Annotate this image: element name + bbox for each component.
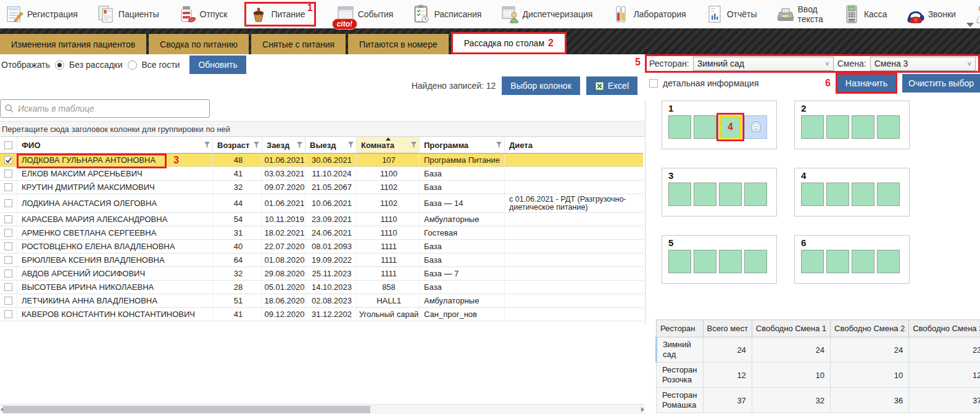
tab-food-changes[interactable]: Изменения питания пациентов (0, 34, 146, 54)
toolbar-item-events[interactable]: cito! События (334, 4, 396, 25)
summary-header-restaurant[interactable]: Ресторан (657, 320, 704, 337)
toolbar-item-schedules[interactable]: Расписания (410, 4, 484, 25)
table-row[interactable]: КАРАСЕВА МАРИЯ АЛЕКСАНДРОВНА 54 10.11.20… (0, 213, 643, 226)
radio-all-guests[interactable] (128, 60, 137, 70)
seat-free[interactable] (852, 183, 874, 206)
shift-select[interactable]: Смена 3 ˅ (870, 57, 976, 71)
filter-icon[interactable] (297, 142, 302, 148)
toolbar-item-laboratory[interactable]: Лаборатория (610, 4, 688, 25)
seat-free[interactable] (852, 115, 874, 139)
column-header-checkin[interactable]: Заезд (262, 137, 305, 153)
toolbar-item-dispatch[interactable]: Диспетчеризация (499, 4, 595, 25)
column-header-age[interactable]: Возраст (213, 137, 262, 153)
toolbar-item-food[interactable]: Питание 1 (244, 2, 315, 27)
toolbar-overflow-chevron-icon[interactable] (966, 23, 974, 27)
summary-row[interactable]: Зимний сад 24 24 24 23 (657, 337, 980, 363)
seat-free[interactable] (852, 250, 874, 273)
table-row[interactable]: РОСТОВЦЕНКО ЕЛЕНА ВЛАДЛЕНОВНА 40 22.07.2… (0, 240, 643, 253)
seat-free[interactable] (719, 183, 742, 206)
row-checkbox[interactable] (4, 229, 12, 237)
row-checkbox[interactable] (4, 199, 12, 207)
row-checkbox[interactable] (4, 270, 12, 278)
table-row[interactable]: БРЮЛЛЕВА КСЕНИЯ ВЛАДЛЕНОВНА 64 01.08.202… (0, 253, 643, 267)
seat-free[interactable] (694, 250, 716, 273)
seat-free[interactable] (801, 250, 824, 273)
seat-free[interactable] (744, 250, 767, 273)
column-header-program[interactable]: Программа (420, 137, 505, 153)
tab-removed-from-food[interactable]: Снятые с питания (251, 34, 346, 54)
column-header-checkout[interactable]: Выезд (305, 137, 357, 153)
row-checkbox[interactable] (4, 156, 12, 164)
summary-row[interactable]: Ресторан Ромашка 37 32 36 37 (657, 388, 980, 413)
seat-free[interactable] (744, 183, 767, 206)
seat-free[interactable] (694, 183, 716, 206)
refresh-button[interactable]: Обновить (189, 56, 246, 74)
row-checkbox[interactable] (4, 215, 12, 223)
excel-export-button[interactable]: Excel (586, 76, 637, 95)
row-checkbox[interactable] (4, 183, 12, 191)
table-row[interactable]: ВЫСОТЕВА ИРИНА НИКОЛАЕВНА 28 05.01.2020 … (0, 281, 643, 294)
scroll-right-arrow-icon[interactable] (641, 407, 644, 412)
filter-icon[interactable] (254, 142, 259, 148)
column-header-room[interactable]: Комната (357, 137, 420, 153)
summary-header-free-shift1[interactable]: Свободно Смена 1 (752, 320, 830, 337)
filter-icon[interactable] (348, 142, 354, 148)
seat-free[interactable] (826, 183, 849, 206)
tab-table-seating[interactable]: Рассадка по столам 2 (451, 32, 567, 54)
select-all-checkbox[interactable] (4, 141, 12, 149)
radio-no-seating-label[interactable]: Без рассадки (69, 60, 122, 70)
search-input[interactable] (0, 99, 210, 118)
radio-no-seating[interactable] (55, 60, 64, 70)
seat-free[interactable] (719, 250, 742, 273)
row-checkbox[interactable] (4, 242, 12, 250)
toolbar-item-text-input[interactable]: Ввод текста (774, 3, 826, 25)
table-row[interactable]: АВДОВ АРСЕНИЙ ИОСИФОВИЧ 32 29.08.2020 25… (0, 267, 643, 281)
toolbar-item-vacation[interactable]: Отпуск (176, 4, 230, 25)
summary-header-total-seats[interactable]: Всего мест (703, 320, 752, 337)
scrollbar-thumb[interactable] (3, 406, 370, 413)
seat-free[interactable] (694, 115, 716, 139)
filter-icon[interactable] (411, 142, 417, 148)
assign-button[interactable]: Назначить (837, 75, 895, 92)
toolbar-item-registration[interactable]: Регистрация (4, 4, 80, 25)
table-row[interactable]: КРУТИН ДМИТРИЙ МАКСИМОВИЧ 32 09.07.2020 … (0, 181, 643, 194)
row-checkbox[interactable] (4, 256, 12, 264)
seat-free[interactable] (668, 115, 691, 139)
row-checkbox[interactable] (4, 283, 12, 291)
table-row[interactable]: ЛОДКИНА АНАСТАСИЯ ОЛЕГОВНА 44 01.06.2021… (0, 194, 643, 213)
filter-icon[interactable] (496, 142, 502, 148)
summary-row[interactable]: Ресторан Розочка 12 10 10 12 (657, 363, 980, 388)
seat-free[interactable] (877, 115, 900, 139)
row-checkbox[interactable] (4, 170, 12, 178)
seat-free[interactable] (668, 183, 691, 206)
seat-free[interactable] (668, 250, 691, 273)
table-row[interactable]: КАВЕРОВ КОНСТАНТИН КОНСТАНТИНОВИЧ 41 09.… (0, 308, 643, 321)
table-row[interactable]: АРМЕНКО СВЕТЛАНА СЕРГЕЕВНА 31 18.02.2021… (0, 226, 643, 240)
restaurant-select[interactable]: Зимний сад ˅ (693, 57, 834, 71)
column-header-fio[interactable]: ФИО (17, 137, 213, 153)
seat-free[interactable] (801, 183, 824, 206)
toolbar-item-reports[interactable]: Отчёты (704, 4, 760, 25)
summary-header-free-shift3[interactable]: Свободно Смена 3 (909, 320, 980, 337)
seat-free[interactable] (877, 250, 900, 273)
table-row[interactable]: ЛОДКОВА ГУЛЬНАРА АНТОНОВНА 48 01.06.2021… (0, 154, 643, 167)
filter-icon[interactable] (204, 142, 210, 148)
seat-free[interactable] (801, 115, 824, 139)
column-header-diet[interactable]: Диета (505, 137, 643, 153)
seat-free[interactable] (826, 250, 849, 273)
tab-food-summary[interactable]: Сводка по питанию (149, 34, 249, 54)
detail-info-checkbox[interactable] (649, 79, 658, 88)
toolbar-item-cash[interactable]: Касса (841, 4, 890, 25)
table-row[interactable]: ЛЕТЧИКИНА АННА ВЛАДЛЕНОВНА 51 18.06.2020… (0, 294, 643, 308)
radio-all-guests-label[interactable]: Все гости (142, 60, 180, 70)
seat-free[interactable] (826, 115, 849, 139)
toolbar-item-patients[interactable]: Пациенты (95, 4, 162, 25)
toolbar-item-staff[interactable]: Сотрудники (973, 4, 980, 25)
seat-selected[interactable]: 4 (719, 115, 742, 139)
table-row[interactable]: ЕЛКОВ МАКСИМ АРСЕНЬЕВИЧ 41 03.03.2021 11… (0, 167, 643, 181)
row-checkbox[interactable] (4, 310, 12, 318)
group-by-panel[interactable]: Перетащите сюда заголовок колонки для гр… (0, 121, 645, 137)
detail-info-label[interactable]: детальная информация (663, 78, 758, 88)
choose-columns-button[interactable]: Выбор колонок (502, 76, 579, 95)
seat-free[interactable] (877, 183, 900, 206)
